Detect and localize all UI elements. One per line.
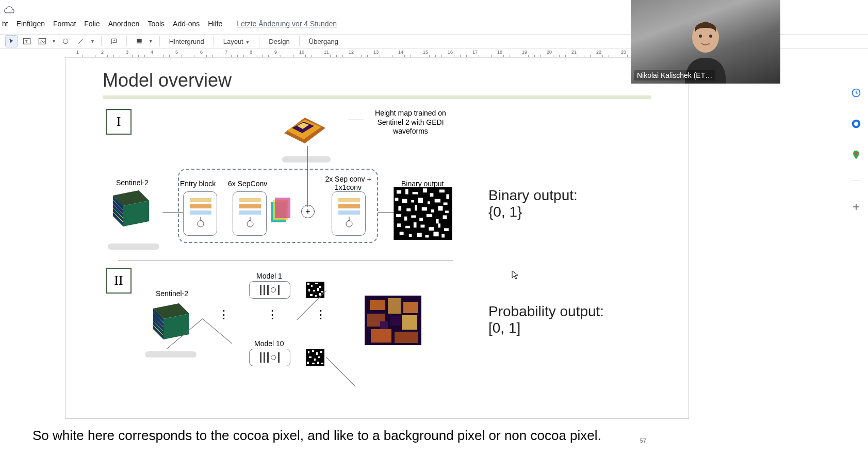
svg-point-128 — [855, 152, 858, 155]
webcam-overlay: Nikolai Kalischek (ET… — [631, 0, 780, 84]
transition-button[interactable]: Übergang — [306, 38, 341, 45]
dropdown-caret[interactable]: ▼ — [149, 39, 153, 44]
connector-line — [202, 318, 232, 344]
svg-rect-104 — [320, 351, 322, 353]
svg-rect-8 — [137, 39, 141, 42]
model-box — [249, 349, 290, 366]
svg-rect-119 — [371, 329, 391, 343]
last-edit-link[interactable]: Letzte Änderung vor 4 Stunden — [237, 20, 337, 28]
svg-point-124 — [709, 35, 712, 38]
side-panel — [847, 88, 865, 212]
svg-rect-69 — [404, 217, 407, 221]
svg-rect-109 — [312, 363, 315, 364]
menu-item[interactable]: Tools — [148, 20, 165, 28]
svg-rect-84 — [417, 233, 422, 237]
image-tool[interactable] — [36, 35, 48, 47]
layout-button[interactable]: Layout ▼ — [220, 38, 253, 45]
svg-rect-50 — [423, 188, 427, 192]
svg-rect-121 — [380, 321, 388, 329]
svg-rect-113 — [370, 300, 385, 310]
binary-output-label: Binary output — [401, 180, 444, 188]
connector-line — [326, 357, 355, 386]
menu-item[interactable]: Einfügen — [17, 20, 45, 28]
svg-line-6 — [78, 39, 83, 43]
svg-rect-86 — [433, 232, 438, 236]
svg-rect-61 — [398, 206, 401, 210]
add-operation: + — [301, 205, 315, 218]
svg-rect-120 — [395, 332, 418, 343]
svg-rect-39 — [338, 204, 360, 208]
probability-output-image — [365, 296, 421, 345]
small-binary-image — [306, 282, 324, 298]
svg-rect-89 — [307, 283, 309, 285]
svg-rect-117 — [390, 316, 401, 326]
select-tool[interactable] — [5, 35, 18, 47]
slide-canvas[interactable]: Model overview I II Height map trained o… — [65, 58, 689, 419]
menu-item[interactable]: Folie — [84, 20, 100, 28]
svg-rect-40 — [338, 210, 360, 215]
svg-rect-33 — [239, 198, 261, 202]
menu-bar: ht Einfügen Format Folie Anordnen Tools … — [0, 20, 337, 28]
svg-rect-67 — [445, 210, 449, 213]
probability-output-text: Probability output:[0, 1] — [488, 303, 604, 336]
maps-icon[interactable] — [851, 150, 861, 160]
svg-rect-107 — [318, 356, 320, 358]
menu-item[interactable]: Anordnen — [108, 20, 140, 28]
plus-icon[interactable] — [851, 202, 861, 212]
design-button[interactable]: Design — [266, 38, 292, 45]
slide-number: 57 — [640, 437, 646, 444]
shape-tool[interactable] — [59, 35, 72, 47]
svg-rect-55 — [402, 199, 407, 203]
binary-output-image — [394, 187, 452, 240]
small-binary-image — [306, 349, 324, 366]
svg-rect-77 — [414, 222, 417, 228]
title-underline — [103, 95, 651, 99]
cloud-save-icon[interactable] — [4, 6, 14, 15]
dropdown-caret[interactable]: ▼ — [90, 39, 95, 44]
svg-rect-94 — [313, 290, 315, 291]
menu-item[interactable]: Hilfe — [208, 20, 222, 28]
placeholder-bar — [282, 156, 331, 163]
svg-rect-53 — [446, 194, 449, 199]
arrow-line — [307, 146, 308, 207]
svg-rect-38 — [338, 198, 360, 202]
menu-item[interactable]: ht — [2, 20, 8, 28]
svg-rect-76 — [405, 226, 410, 229]
arrow-line — [348, 120, 364, 120]
placeholder-bar — [108, 243, 159, 250]
line-tool[interactable] — [75, 35, 87, 47]
svg-rect-102 — [312, 350, 314, 352]
svg-point-36 — [247, 221, 253, 227]
ellipsis-vertical: ⋮ — [267, 311, 278, 318]
dropdown-caret[interactable]: ▼ — [52, 39, 56, 44]
svg-rect-106 — [314, 359, 316, 361]
svg-rect-110 — [317, 362, 319, 364]
textbox-tool[interactable]: T — [21, 35, 33, 47]
svg-rect-108 — [307, 362, 309, 364]
svg-rect-97 — [310, 294, 313, 296]
presenter-name: Nikolai Kalischek (ET… — [634, 70, 715, 80]
svg-rect-47 — [397, 190, 401, 194]
svg-rect-96 — [321, 291, 323, 293]
svg-point-31 — [198, 221, 204, 227]
svg-rect-59 — [435, 199, 440, 203]
sentinel2-label: Sentinel-2 — [156, 289, 188, 298]
fill-tool[interactable] — [133, 35, 145, 47]
sepconv-block-card — [233, 191, 267, 236]
background-button[interactable]: Hintergrund — [166, 38, 207, 45]
svg-rect-93 — [308, 289, 310, 291]
svg-rect-60 — [444, 202, 448, 205]
svg-rect-114 — [388, 298, 401, 314]
model10-label: Model 10 — [254, 339, 284, 348]
svg-rect-57 — [418, 198, 423, 203]
comment-tool[interactable]: + — [108, 35, 120, 47]
keep-icon[interactable] — [851, 119, 861, 129]
menu-item[interactable]: Add-ons — [173, 20, 200, 28]
menu-item[interactable]: Format — [53, 20, 76, 28]
svg-point-123 — [699, 35, 702, 38]
svg-rect-101 — [308, 351, 309, 353]
svg-rect-45 — [275, 198, 290, 218]
calendar-icon[interactable] — [851, 88, 861, 98]
svg-rect-73 — [436, 219, 439, 223]
svg-rect-29 — [190, 204, 211, 208]
